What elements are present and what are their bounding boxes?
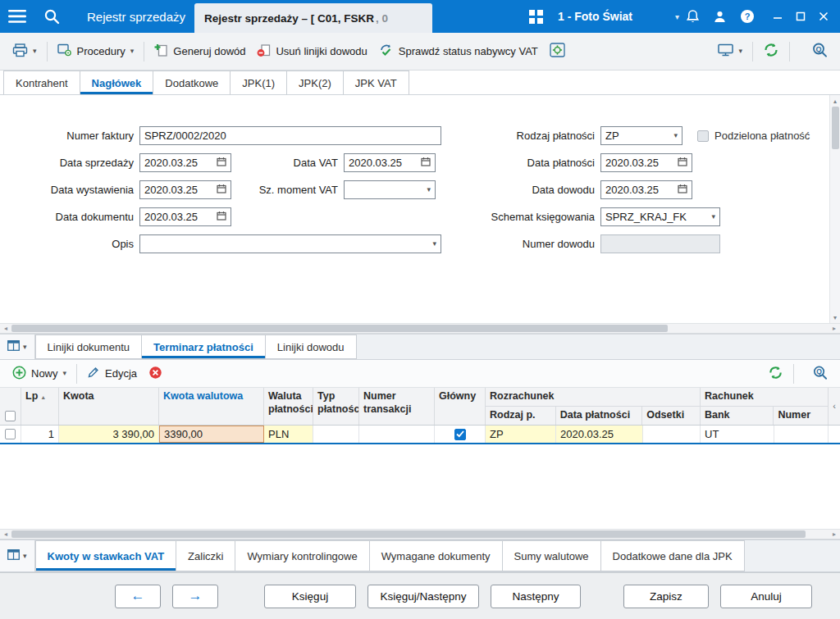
tab-jpk2[interactable]: JPK(2) <box>286 71 344 94</box>
nastepny-button[interactable]: Następny <box>491 585 581 608</box>
column-header-numer[interactable]: Numer <box>774 407 828 425</box>
calendar-icon[interactable] <box>421 157 431 169</box>
grid-quick-search-button[interactable]: Q <box>806 362 833 386</box>
column-header-data-platnosci[interactable]: Data płatności <box>556 407 643 425</box>
calendar-icon[interactable] <box>678 157 687 169</box>
column-header-waluta-platnosci[interactable]: Walutapłatności <box>264 388 313 425</box>
scroll-left-icon[interactable]: ◂ <box>0 325 11 332</box>
tab-dodatkowe-dane-dla-jpk[interactable]: Dodatkowe dane dla JPK <box>600 540 745 571</box>
sprawdz-status-vat-button[interactable]: Sprawdź status nabywcy VAT <box>373 40 544 63</box>
cell-lp[interactable]: 1 <box>21 426 59 443</box>
form-vertical-scrollbar[interactable]: ▴ ▾ <box>829 95 840 323</box>
print-button[interactable]: ▾ <box>7 40 43 63</box>
tab-linijki-dokumentu[interactable]: Linijki dokumentu <box>35 335 142 359</box>
previous-record-button[interactable]: ← <box>115 585 161 608</box>
scrollbar-thumb[interactable] <box>11 325 668 332</box>
cell-rodzaj-p[interactable]: ZP <box>486 426 556 443</box>
user-profile-icon[interactable] <box>706 0 733 33</box>
settings-gear-button[interactable] <box>544 39 571 63</box>
calendar-icon[interactable] <box>217 157 226 169</box>
schemat-ksiegowania-select[interactable]: SPRZ_KRAJ_FK ▾ <box>600 207 720 226</box>
tab-kontrahent[interactable]: Kontrahent <box>3 71 80 94</box>
cell-bank[interactable]: UT <box>701 426 774 443</box>
close-icon[interactable] <box>812 0 835 33</box>
search-icon[interactable] <box>34 0 69 33</box>
form-horizontal-scrollbar[interactable]: ◂ ▸ <box>0 323 840 334</box>
bottom-layout-button[interactable]: ▾ <box>0 540 35 571</box>
sz-moment-vat-select[interactable]: ▾ <box>344 180 436 199</box>
glowny-checkbox[interactable] <box>454 429 466 440</box>
calendar-icon[interactable] <box>217 211 226 223</box>
generuj-dowod-button[interactable]: Generuj dowód <box>148 40 251 63</box>
data-sprzedazy-input[interactable]: 2020.03.25 <box>139 153 231 172</box>
numer-faktury-input[interactable]: SPRZ/0002/2020 <box>139 126 441 145</box>
next-record-button[interactable]: → <box>172 585 218 608</box>
anuluj-button[interactable]: Anuluj <box>720 585 812 608</box>
delete-row-button[interactable] <box>143 362 168 385</box>
select-all-checkbox-cell[interactable] <box>0 388 21 425</box>
quick-search-button[interactable]: Q <box>806 39 833 64</box>
scrollbar-thumb[interactable] <box>11 530 806 538</box>
tab-kwoty-w-stawkach-vat[interactable]: Kwoty w stawkach VAT <box>35 540 177 571</box>
cell-typ[interactable] <box>313 426 359 443</box>
data-dokumentu-input[interactable]: 2020.03.25 <box>139 207 231 226</box>
scroll-right-icon[interactable]: ▸ <box>829 530 840 538</box>
table-row[interactable]: 1 3 390,00 3390,00 PLN ZP 2020.03.25 UT <box>0 426 840 444</box>
column-header-kwota[interactable]: Kwota <box>59 388 159 425</box>
tab-sumy-walutowe[interactable]: Sumy walutowe <box>502 540 601 571</box>
column-header-kwota-walutowa[interactable]: Kwota walutowa <box>159 388 264 425</box>
usun-linijki-dowodu-button[interactable]: Usuń linijki dowodu <box>251 40 372 63</box>
select-all-checkbox[interactable] <box>5 411 16 421</box>
column-header-bank[interactable]: Bank <box>701 407 774 425</box>
column-header-numer-transakcji[interactable]: Numertransakcji <box>359 388 435 425</box>
cell-data-platnosci[interactable]: 2020.03.25 <box>556 426 643 443</box>
data-vat-input[interactable]: 2020.03.25 <box>344 153 436 172</box>
hamburger-menu-icon[interactable] <box>0 0 34 33</box>
company-selector[interactable]: 1 - Foto Świat <box>558 10 632 23</box>
help-icon[interactable]: ? <box>733 0 761 33</box>
maximize-icon[interactable] <box>789 0 812 33</box>
nowy-button[interactable]: Nowy ▾ <box>7 362 72 385</box>
grid-layout-button[interactable]: ▾ <box>0 335 35 359</box>
notifications-bell-icon[interactable] <box>679 0 706 33</box>
tab-linijki-dowodu[interactable]: Linijki dowodu <box>265 335 357 359</box>
calendar-icon[interactable] <box>217 184 226 196</box>
column-header-lp[interactable]: Lp▲ <box>21 388 59 425</box>
tab-wymagane-dokumenty[interactable]: Wymagane dokumenty <box>369 540 503 571</box>
cell-odsetki[interactable] <box>643 426 701 443</box>
grid-refresh-button[interactable] <box>762 362 789 386</box>
tab-jpkvat[interactable]: JPK VAT <box>343 71 409 94</box>
cell-kwota-walutowa[interactable]: 3390,00 <box>159 426 264 443</box>
ksieguj-button[interactable]: Księguj <box>264 585 356 608</box>
podzielona-platnosc-checkbox[interactable] <box>697 130 709 142</box>
ksieguj-nastepny-button[interactable]: Księguj/Następny <box>368 585 479 608</box>
tab-terminarz-platnosci[interactable]: Terminarz płatności <box>141 335 266 359</box>
scroll-left-icon[interactable]: ◂ <box>0 530 11 538</box>
cell-numer[interactable] <box>774 426 829 443</box>
column-header-glowny[interactable]: Główny <box>435 388 486 425</box>
cell-kwota[interactable]: 3 390,00 <box>59 426 159 443</box>
minimize-icon[interactable] <box>766 0 789 33</box>
tab-wymiary-kontrolingowe[interactable]: Wymiary kontrolingowe <box>235 540 369 571</box>
refresh-button[interactable] <box>757 39 785 64</box>
zapisz-button[interactable]: Zapisz <box>623 585 709 608</box>
cell-numer-transakcji[interactable] <box>359 426 435 443</box>
calendar-icon[interactable] <box>678 184 687 196</box>
data-dowodu-input[interactable]: 2020.03.25 <box>600 180 692 199</box>
data-platnosci-input[interactable]: 2020.03.25 <box>600 153 692 172</box>
tab-naglowek[interactable]: Nagłówek <box>80 71 154 94</box>
cell-waluta[interactable]: PLN <box>264 426 313 443</box>
cell-glowny[interactable] <box>435 426 486 443</box>
view-settings-button[interactable]: ▾ <box>712 40 748 62</box>
tab-dodatkowe[interactable]: Dodatkowe <box>153 71 231 94</box>
group-header-rachunek[interactable]: Rachunek <box>701 388 828 407</box>
row-checkbox[interactable] <box>5 429 16 439</box>
column-header-typ-platnosci[interactable]: Typpłatności <box>313 388 359 425</box>
column-header-odsetki[interactable]: Odsetki <box>642 407 700 425</box>
tab-zaliczki[interactable]: Zaliczki <box>176 540 235 571</box>
grid-horizontal-scrollbar[interactable]: ◂ ▸ <box>0 529 840 539</box>
scrollbar-thumb[interactable] <box>832 107 839 149</box>
scroll-down-icon[interactable]: ▾ <box>830 312 840 323</box>
apps-grid-icon[interactable] <box>523 0 550 33</box>
grid-scroll-left-icon[interactable]: ‹ <box>829 388 840 425</box>
